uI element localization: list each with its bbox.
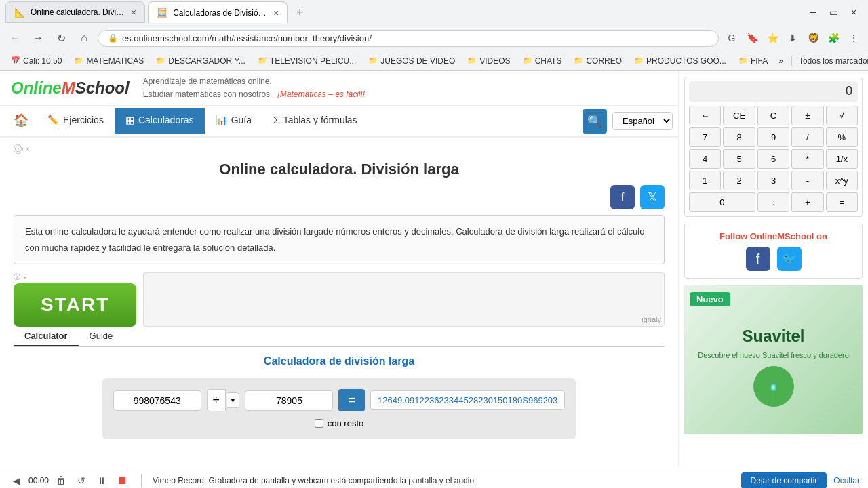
dividend-input[interactable]	[113, 390, 201, 411]
bookmark-cali[interactable]: 📅 Cali: 10:50	[5, 55, 67, 67]
calc-display: 0	[689, 81, 858, 102]
download-icon[interactable]: ⬇	[784, 29, 802, 47]
bookmark-correo[interactable]: 📁 CORREO	[568, 55, 627, 67]
nav-bar: 🏠 ✏️ Ejercicios ▦ Calculadoras 📊 Guía Σ …	[0, 106, 678, 138]
calc-key-pm[interactable]: ±	[791, 106, 823, 125]
close-button[interactable]: ×	[845, 3, 863, 21]
language-select[interactable]: Español English	[612, 112, 673, 130]
vimeo-message: Vimeo Record: Grabadora de pantalla y we…	[153, 476, 734, 485]
calc-key-4[interactable]: 4	[689, 149, 721, 169]
new-tab-button[interactable]: +	[290, 3, 309, 22]
ad-info-2: ⓘ	[14, 272, 20, 282]
calc-key-5[interactable]: 5	[723, 149, 755, 169]
calculator-section: Calculadora de división larga ÷ ▼ = 1264…	[14, 355, 665, 439]
nav-guia[interactable]: 📊 Guía	[205, 108, 262, 134]
back-button[interactable]: ←	[5, 28, 24, 47]
bookmark-chats[interactable]: 📁 CHATS	[517, 55, 568, 67]
tab-2[interactable]: 🧮 Calculadoras de División | Calcu... ×	[148, 1, 288, 23]
remainder-checkbox[interactable]	[315, 419, 323, 428]
minimize-button[interactable]: ─	[804, 3, 822, 21]
google-icon[interactable]: G	[723, 29, 741, 47]
calc-key-1[interactable]: 1	[689, 171, 721, 190]
calc-key-6[interactable]: 6	[757, 149, 789, 169]
calc-key-dot[interactable]: .	[757, 192, 789, 212]
tab-2-close[interactable]: ×	[273, 7, 279, 18]
hide-button[interactable]: Ocultar	[833, 476, 860, 485]
stop-sharing-button[interactable]: Dejar de compartir	[741, 472, 827, 489]
ad-close-2[interactable]: ×	[23, 274, 27, 281]
sidebar-ad-brand: Suavitel	[742, 327, 804, 346]
calc-key-add[interactable]: +	[791, 192, 823, 212]
sidebar-ad-text: Descubre el nuevo Suavitel fresco y dura…	[691, 351, 856, 359]
undo-button[interactable]: ↺	[73, 472, 90, 489]
nav-home-button[interactable]: 🏠	[5, 106, 37, 136]
bookmark-videos[interactable]: 📁 VIDEOS	[462, 55, 515, 67]
sidebar-advertisement: × Nuevo Suavitel Descubre el nuevo Suavi…	[684, 285, 863, 434]
bookmark-icon[interactable]: 🔖	[743, 29, 761, 47]
calc-key-inv[interactable]: 1/x	[826, 149, 858, 169]
address-bar-input[interactable]: 🔒 es.onlinemschool.com/math/assistance/n…	[98, 30, 719, 47]
calc-key-pow[interactable]: x^y	[826, 171, 858, 190]
result-display: 12649.091223623344528230150180S969203	[370, 390, 565, 410]
bookmark-all[interactable]: Todos los marcadores	[791, 55, 868, 67]
refresh-button[interactable]: ↻	[52, 28, 71, 47]
bookmark-desc[interactable]: 📁 DESCARGADOR Y...	[151, 55, 251, 67]
follow-twitter-button[interactable]: 🐦	[777, 247, 802, 271]
divisor-input[interactable]	[245, 390, 333, 411]
settings-icon[interactable]: ⋮	[845, 29, 863, 47]
stop-button[interactable]: ⏹	[114, 472, 130, 489]
bookmark-fifa[interactable]: 📁 FIFA	[733, 55, 773, 67]
calc-key-9[interactable]: 9	[757, 127, 789, 147]
start-ad-button[interactable]: START	[14, 283, 136, 327]
calc-key-0[interactable]: 0	[689, 192, 755, 212]
bookmark-mat[interactable]: 📁 MATEMATICAS	[68, 55, 149, 67]
site-logo[interactable]: OnlineMSchool	[11, 79, 130, 98]
ad-close-x[interactable]: ×	[26, 146, 30, 153]
follow-facebook-button[interactable]: f	[746, 247, 770, 271]
calc-key-sqrt[interactable]: √	[826, 106, 858, 125]
tablas-icon: Σ	[273, 115, 279, 125]
bookmark-tv[interactable]: 📁 TELEVISION PELICU...	[252, 55, 361, 67]
bookmark-games[interactable]: 📁 JUEGOS DE VIDEO	[363, 55, 460, 67]
operator-dropdown[interactable]: ▼	[227, 392, 240, 408]
bookmark-more[interactable]: »	[774, 55, 787, 67]
bookmark-productos[interactable]: 📁 PRODUCTOS GOO...	[629, 55, 732, 67]
forward-button[interactable]: →	[28, 28, 47, 47]
calc-key-2[interactable]: 2	[723, 171, 755, 190]
calc-key-pct[interactable]: %	[826, 127, 858, 147]
operator-control: ÷ ▼	[207, 389, 240, 411]
calc-key-mul[interactable]: *	[791, 149, 823, 169]
pause-button[interactable]: ⏸	[94, 472, 110, 489]
calc-key-ce[interactable]: CE	[723, 106, 755, 125]
tab-1-close[interactable]: ×	[131, 7, 136, 18]
calc-key-sub[interactable]: -	[791, 171, 823, 190]
calc-key-7[interactable]: 7	[689, 127, 721, 147]
tab-calculator[interactable]: Calculator	[14, 327, 79, 346]
nav-search-button[interactable]: 🔍	[583, 109, 607, 134]
home-button[interactable]: ⌂	[75, 28, 94, 47]
extension-icon[interactable]: 🧩	[825, 29, 842, 47]
tab-guide[interactable]: Guide	[79, 327, 124, 346]
calc-key-3[interactable]: 3	[757, 171, 789, 190]
maximize-button[interactable]: ▭	[825, 3, 842, 21]
calc-key-8[interactable]: 8	[723, 127, 755, 147]
facebook-share-button[interactable]: f	[610, 185, 635, 209]
prev-button[interactable]: ◀	[8, 472, 24, 489]
nav-ejercicios[interactable]: ✏️ Ejercicios	[37, 108, 115, 134]
nuevo-badge: Nuevo	[690, 292, 730, 306]
tab-1[interactable]: 📐 Online calculadora. División larg... ×	[5, 1, 145, 23]
trash-button[interactable]: 🗑	[53, 472, 69, 489]
star-icon[interactable]: ⭐	[764, 29, 781, 47]
calc-key-div[interactable]: /	[791, 127, 823, 147]
url-text: es.onlinemschool.com/math/assistance/num…	[122, 33, 372, 43]
nav-calculadoras[interactable]: ▦ Calculadoras	[115, 108, 205, 134]
calc-key-eq[interactable]: =	[826, 192, 858, 212]
twitter-share-button[interactable]: 𝕏	[640, 185, 665, 209]
operator-symbol: ÷	[207, 389, 226, 411]
calc-key-back[interactable]: ←	[689, 106, 721, 125]
nav-tablas[interactable]: Σ Tablas y fórmulas	[262, 108, 368, 134]
brave-icon[interactable]: 🦁	[804, 29, 822, 47]
equals-button[interactable]: =	[338, 389, 365, 411]
calculator-row: ÷ ▼ = 12649.091223623344528230150180S969…	[113, 389, 566, 411]
calc-key-c[interactable]: C	[757, 106, 789, 125]
